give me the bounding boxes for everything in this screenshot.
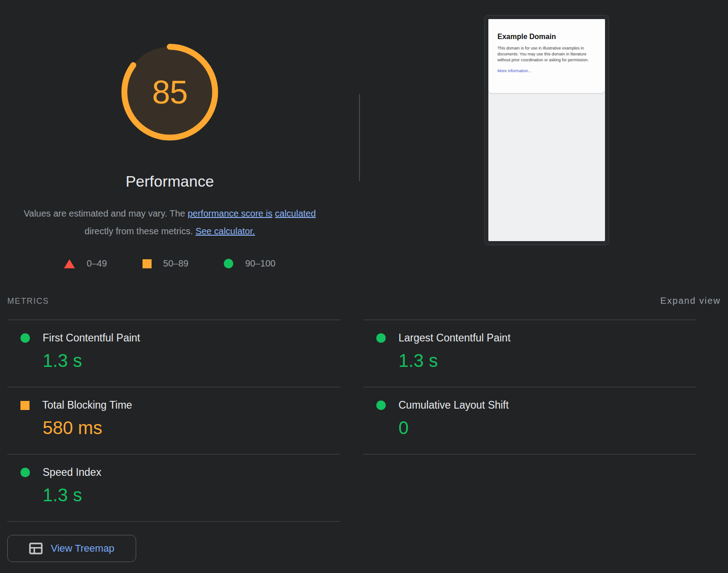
metric-total-blocking-time: Total Blocking Time 580 ms (7, 387, 340, 454)
metrics-header: METRICS Expand view (7, 287, 721, 320)
metric-largest-contentful-paint: Largest Contentful Paint 1.3 s (363, 320, 696, 387)
disclaimer-text: Values are estimated and may vary. The (24, 208, 187, 218)
legend-range-label: 0–49 (87, 258, 107, 269)
screenshot-page: Example Domain This domain is for use in… (488, 19, 605, 241)
legend-range-label: 90–100 (245, 258, 275, 269)
panel-divider (359, 94, 360, 181)
pass-circle-icon (20, 333, 30, 343)
metric-cumulative-layout-shift: Cumulative Layout Shift 0 (363, 387, 696, 454)
metric-value: 0 (398, 418, 696, 438)
metrics-grid: First Contentful Paint 1.3 s Total Block… (7, 320, 721, 522)
screenshot-page-heading: Example Domain (497, 33, 596, 41)
see-calculator-link[interactable]: See calculator. (196, 226, 255, 236)
lighthouse-performance-report: 85 Performance Values are estimated and … (0, 0, 728, 573)
metric-label: Largest Contentful Paint (398, 332, 511, 344)
metric-label: First Contentful Paint (43, 332, 140, 344)
metric-value: 1.3 s (43, 485, 340, 505)
scoring-link-part1[interactable]: performance score is (187, 208, 272, 218)
metrics-column-right: Largest Contentful Paint 1.3 s Cumulativ… (363, 320, 696, 454)
average-square-icon (20, 401, 30, 410)
pass-circle-icon (376, 333, 386, 343)
metrics-section: METRICS Expand view First Contentful Pai… (7, 287, 721, 562)
score-number: 85 (118, 40, 222, 144)
metrics-section-title: METRICS (7, 296, 49, 306)
average-square-icon (143, 259, 152, 268)
pass-circle-icon (224, 259, 233, 268)
metric-value: 1.3 s (43, 351, 340, 371)
pass-circle-icon (20, 468, 30, 477)
metric-label: Cumulative Layout Shift (398, 399, 509, 411)
performance-summary-section: 85 Performance Values are estimated and … (0, 0, 728, 287)
score-disclaimer: Values are estimated and may vary. The p… (11, 205, 329, 240)
performance-score-gauge[interactable]: 85 (118, 40, 222, 144)
metric-label: Total Blocking Time (42, 399, 132, 411)
legend-item-average: 50–89 (143, 258, 189, 269)
view-treemap-label: View Treemap (51, 543, 114, 554)
metric-value: 580 ms (43, 418, 340, 438)
performance-title: Performance (126, 173, 214, 190)
metric-label: Speed Index (43, 466, 101, 479)
score-panel: 85 Performance Values are estimated and … (0, 0, 339, 269)
metric-speed-index: Speed Index 1.3 s (7, 454, 340, 521)
screenshot-page-body: This domain is for use in illustrative e… (497, 45, 596, 63)
treemap-icon (29, 543, 43, 554)
scoring-link-part2[interactable]: calculated (275, 208, 316, 218)
metric-value: 1.3 s (398, 351, 696, 371)
legend-item-fail: 0–49 (64, 258, 107, 269)
view-treemap-button[interactable]: View Treemap (7, 535, 136, 562)
disclaimer-text-middle: directly from these metrics. (84, 226, 196, 236)
pass-circle-icon (376, 400, 386, 410)
metric-first-contentful-paint: First Contentful Paint 1.3 s (7, 320, 340, 387)
legend-range-label: 50–89 (163, 258, 189, 269)
screenshot-page-link: More information... (497, 69, 596, 73)
score-range-legend: 0–49 50–89 90–100 (64, 258, 275, 269)
metrics-column-left: First Contentful Paint 1.3 s Total Block… (7, 320, 340, 522)
screenshot-content-card: Example Domain This domain is for use in… (488, 19, 605, 93)
page-screenshot-thumbnail: Example Domain This domain is for use in… (484, 15, 609, 245)
fail-triangle-icon (64, 259, 75, 268)
expand-view-button[interactable]: Expand view (660, 296, 721, 306)
legend-item-pass: 90–100 (224, 258, 275, 269)
